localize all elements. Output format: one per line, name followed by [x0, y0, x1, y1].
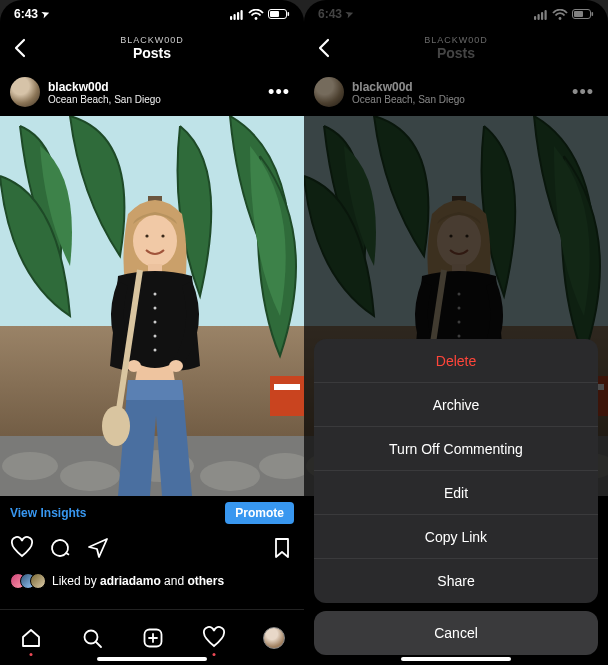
status-bar: 6:43 ➤ [0, 0, 304, 28]
status-bar: 6:43 ➤ [304, 0, 608, 28]
nav-context: BLACKW00D [424, 35, 488, 45]
screen-post-view: 6:43 ➤ BLACKW00D Posts blackw00d Ocean B… [0, 0, 304, 665]
home-indicator[interactable] [401, 657, 511, 661]
likes-suffix: others [187, 574, 224, 588]
cellular-signal-icon [534, 9, 548, 20]
action-sheet: Delete Archive Turn Off Commenting Edit … [314, 339, 598, 655]
battery-icon [572, 9, 594, 19]
back-button [314, 28, 334, 68]
action-turn-off-commenting[interactable]: Turn Off Commenting [314, 427, 598, 471]
liker-avatars [10, 573, 46, 589]
comment-button[interactable] [48, 536, 72, 564]
action-copy-link[interactable]: Copy Link [314, 515, 598, 559]
wifi-icon [248, 9, 264, 20]
action-delete[interactable]: Delete [314, 339, 598, 383]
search-icon [80, 626, 104, 650]
author-avatar [314, 77, 344, 107]
nav-header: BLACKW00D Posts [304, 28, 608, 68]
action-share[interactable]: Share [314, 559, 598, 603]
insights-bar: View Insights Promote [0, 496, 304, 530]
like-button[interactable] [10, 536, 34, 564]
heart-icon [202, 626, 226, 650]
comment-icon [48, 536, 72, 560]
action-edit[interactable]: Edit [314, 471, 598, 515]
status-time: 6:43 [318, 7, 342, 21]
nav-header: BLACKW00D Posts [0, 28, 304, 68]
action-sheet-options: Delete Archive Turn Off Commenting Edit … [314, 339, 598, 603]
action-cancel[interactable]: Cancel [314, 611, 598, 655]
post-header: blackw00d Ocean Beach, San Diego ••• [304, 68, 608, 116]
post-header: blackw00d Ocean Beach, San Diego ••• [0, 68, 304, 116]
likes-middle: and [161, 574, 188, 588]
location-services-icon: ➤ [345, 8, 356, 20]
share-button[interactable] [86, 536, 110, 564]
author-username: blackw00d [352, 80, 568, 94]
save-button[interactable] [270, 536, 294, 564]
post-photo[interactable] [0, 116, 304, 496]
post-more-button: ••• [568, 82, 598, 103]
nav-title: Posts [424, 45, 488, 61]
tab-search[interactable] [80, 626, 104, 650]
tab-bar [0, 609, 304, 665]
send-icon [86, 536, 110, 560]
action-archive[interactable]: Archive [314, 383, 598, 427]
home-indicator[interactable] [97, 657, 207, 661]
chevron-left-icon [10, 36, 30, 60]
tab-profile[interactable] [263, 627, 285, 649]
post-location: Ocean Beach, San Diego [352, 94, 568, 105]
status-time: 6:43 [14, 7, 38, 21]
likes-row[interactable]: Liked by adriadamo and others [0, 570, 304, 592]
view-insights-link[interactable]: View Insights [10, 506, 86, 520]
likes-user: adriadamo [100, 574, 161, 588]
screen-action-sheet: 6:43 ➤ BLACKW00D Posts blackw00d Ocean B… [304, 0, 608, 665]
location-services-icon: ➤ [41, 8, 52, 20]
profile-avatar-icon [263, 627, 285, 649]
post-location[interactable]: Ocean Beach, San Diego [48, 94, 264, 105]
author-username[interactable]: blackw00d [48, 80, 264, 94]
action-sheet-cancel-group: Cancel [314, 611, 598, 655]
post-action-row [0, 530, 304, 570]
post-more-button[interactable]: ••• [264, 82, 294, 103]
chevron-left-icon [314, 36, 334, 60]
author-avatar[interactable] [10, 77, 40, 107]
bookmark-icon [270, 536, 294, 560]
tab-create[interactable] [141, 626, 165, 650]
likes-prefix: Liked by [52, 574, 100, 588]
home-icon [19, 626, 43, 650]
nav-title: Posts [120, 45, 184, 61]
nav-context: BLACKW00D [120, 35, 184, 45]
back-button[interactable] [10, 28, 30, 68]
wifi-icon [552, 9, 568, 20]
heart-icon [10, 536, 34, 560]
tab-activity[interactable] [202, 626, 226, 650]
tab-home[interactable] [19, 626, 43, 650]
cellular-signal-icon [230, 9, 244, 20]
battery-icon [268, 9, 290, 19]
promote-button[interactable]: Promote [225, 502, 294, 524]
plus-square-icon [141, 626, 165, 650]
